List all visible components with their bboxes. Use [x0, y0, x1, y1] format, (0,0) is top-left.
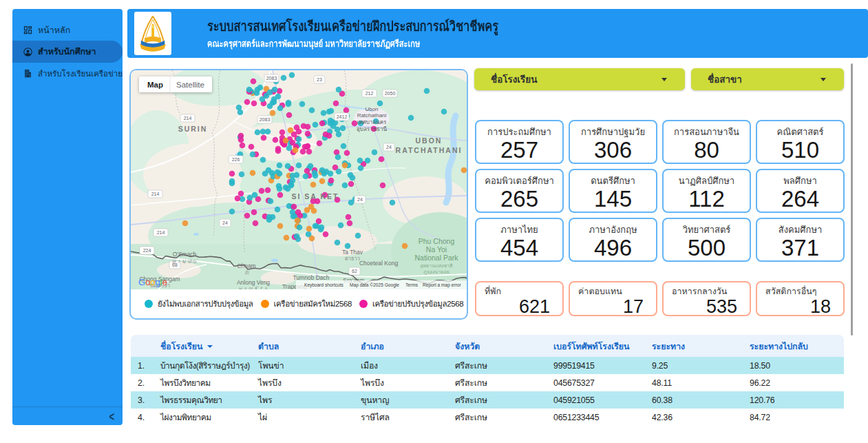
school-marker-m[interactable]: [328, 178, 335, 184]
school-marker-m[interactable]: [326, 133, 332, 139]
school-marker-t[interactable]: [321, 110, 327, 116]
school-marker-t[interactable]: [290, 178, 296, 184]
school-marker-t[interactable]: [260, 129, 266, 135]
school-marker-m[interactable]: [251, 209, 257, 216]
school-marker-t[interactable]: [335, 154, 341, 161]
school-marker-t[interactable]: [342, 183, 348, 189]
terms-link[interactable]: Terms: [405, 282, 419, 287]
table-header-1[interactable]: ชื่อโรงเรียน: [160, 335, 258, 357]
report-map-error-link[interactable]: Report a map error: [423, 282, 462, 288]
school-marker-t[interactable]: [336, 169, 342, 175]
school-marker-m[interactable]: [305, 124, 311, 130]
sidebar-item-2[interactable]: สำหรับโรงเรียนเครือข่าย: [12, 63, 123, 84]
school-marker-t[interactable]: [229, 209, 235, 215]
school-marker-t[interactable]: [338, 223, 344, 229]
school-marker-t[interactable]: [377, 101, 383, 107]
school-marker-t[interactable]: [313, 173, 319, 179]
school-marker-t[interactable]: [328, 171, 334, 177]
school-marker-m[interactable]: [275, 146, 282, 152]
school-marker-o[interactable]: [306, 226, 313, 232]
school-marker-t[interactable]: [296, 136, 302, 143]
school-marker-t[interactable]: [277, 105, 284, 112]
sidebar-item-0[interactable]: หน้าหลัก: [12, 19, 123, 41]
school-marker-t[interactable]: [296, 163, 302, 169]
school-marker-t[interactable]: [372, 150, 378, 156]
school-marker-t[interactable]: [365, 158, 371, 164]
school-marker-m[interactable]: [235, 196, 241, 202]
school-marker-t[interactable]: [283, 185, 289, 191]
school-marker-t[interactable]: [267, 90, 273, 96]
school-marker-o[interactable]: [182, 220, 189, 227]
school-marker-m[interactable]: [333, 101, 339, 107]
school-marker-t[interactable]: [237, 110, 244, 116]
school-marker-t[interactable]: [309, 107, 315, 114]
school-marker-m[interactable]: [238, 133, 244, 139]
school-marker-o[interactable]: [295, 218, 301, 224]
school-marker-o[interactable]: [402, 243, 408, 249]
school-marker-o[interactable]: [319, 178, 326, 185]
school-marker-t[interactable]: [281, 75, 287, 81]
keyboard-shortcuts-link[interactable]: Keyboard shortcuts: [304, 282, 344, 288]
school-marker-t[interactable]: [267, 103, 273, 110]
table-row-2[interactable]: 3.ไพรธรรมคุณวิทยาไพรขุนหาญศรีสะเกษ045921…: [131, 391, 844, 409]
school-marker-t[interactable]: [341, 143, 347, 150]
school-marker-m[interactable]: [305, 131, 311, 137]
school-marker-m[interactable]: [251, 79, 257, 85]
school-marker-t[interactable]: [321, 171, 328, 177]
school-marker-t[interactable]: [326, 109, 332, 115]
major-name-dropdown[interactable]: ชื่อสาขา: [691, 68, 844, 90]
school-marker-o[interactable]: [283, 138, 289, 144]
school-marker-t[interactable]: [336, 132, 342, 138]
school-marker-o[interactable]: [270, 110, 276, 116]
map-button[interactable]: Map: [147, 81, 163, 89]
school-marker-m[interactable]: [346, 214, 352, 220]
school-marker-m[interactable]: [323, 231, 329, 238]
school-marker-t[interactable]: [229, 181, 235, 187]
school-marker-m[interactable]: [248, 144, 255, 150]
school-marker-t[interactable]: [294, 234, 300, 240]
school-marker-t[interactable]: [252, 192, 258, 198]
school-marker-m[interactable]: [347, 220, 353, 227]
school-marker-t[interactable]: [335, 240, 341, 246]
school-marker-m[interactable]: [286, 112, 293, 119]
school-marker-m[interactable]: [291, 204, 297, 210]
school-marker-m[interactable]: [238, 191, 244, 197]
table-row-3[interactable]: 4.ไผ่งามพิทยาคมไผ่ราษีไศลศรีสะเกษ0651233…: [131, 409, 844, 426]
school-marker-t[interactable]: [303, 174, 309, 180]
school-marker-t[interactable]: [262, 171, 268, 177]
school-marker-t[interactable]: [277, 163, 283, 169]
school-marker-t[interactable]: [239, 172, 245, 178]
school-marker-t[interactable]: [255, 130, 261, 136]
school-marker-m[interactable]: [319, 121, 326, 127]
school-marker-m[interactable]: [344, 150, 350, 156]
school-marker-m[interactable]: [295, 209, 301, 216]
school-marker-t[interactable]: [424, 88, 430, 94]
satellite-button[interactable]: Satellite: [176, 81, 204, 89]
school-name-dropdown[interactable]: ชื่อโรงเรียน: [474, 68, 685, 90]
school-marker-t[interactable]: [275, 207, 281, 213]
school-marker-o[interactable]: [310, 182, 317, 188]
school-marker-o[interactable]: [277, 223, 284, 229]
school-marker-m[interactable]: [317, 141, 323, 147]
school-marker-t[interactable]: [340, 125, 346, 132]
school-marker-t[interactable]: [348, 172, 354, 178]
school-marker-m[interactable]: [316, 218, 322, 225]
school-marker-m[interactable]: [253, 220, 259, 227]
school-marker-m[interactable]: [265, 187, 271, 194]
school-marker-t[interactable]: [297, 225, 303, 231]
google-logo[interactable]: Google: [138, 277, 167, 287]
school-marker-t[interactable]: [254, 90, 260, 96]
school-marker-m[interactable]: [304, 168, 310, 174]
school-marker-m[interactable]: [290, 140, 296, 146]
school-marker-t[interactable]: [277, 171, 283, 177]
school-marker-m[interactable]: [380, 183, 386, 189]
school-marker-m[interactable]: [277, 192, 284, 198]
school-marker-m[interactable]: [251, 101, 257, 107]
school-marker-t[interactable]: [313, 122, 319, 128]
sidebar-item-1[interactable]: สำหรับนักศึกษา: [12, 41, 123, 63]
school-marker-t[interactable]: [441, 109, 447, 115]
school-marker-t[interactable]: [250, 152, 256, 158]
school-marker-m[interactable]: [273, 137, 279, 143]
school-marker-o[interactable]: [308, 204, 315, 210]
school-marker-t[interactable]: [355, 233, 361, 239]
